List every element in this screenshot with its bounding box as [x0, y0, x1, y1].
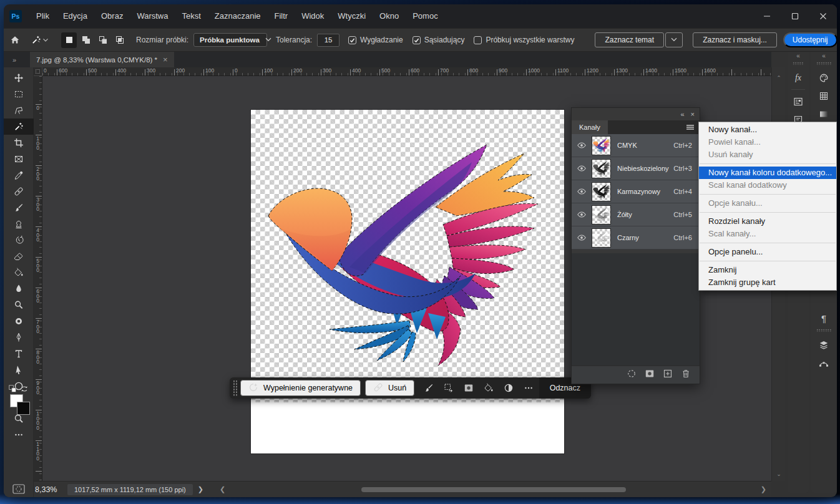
menu-item-rozdziel-kanały[interactable]: Rozdziel kanały [699, 215, 836, 228]
channel-thumbnail[interactable] [592, 228, 611, 248]
menu-tekst[interactable]: Tekst [175, 4, 207, 28]
horizontal-ruler[interactable]: 0600500400300200100010020030040050060070… [42, 67, 771, 76]
tool-path-selection[interactable] [4, 362, 34, 378]
visibility-eye-icon[interactable] [572, 233, 592, 243]
menu-wtyczki[interactable]: Wtyczki [331, 4, 373, 28]
channel-row-cmyk[interactable]: CMYK Ctrl+2 [572, 134, 700, 157]
visibility-eye-icon[interactable] [572, 140, 592, 150]
mode-add-icon[interactable] [78, 32, 94, 48]
menu-plik[interactable]: Plik [29, 4, 56, 28]
channel-thumbnail[interactable] [592, 159, 611, 178]
select-subject-button[interactable]: Zaznacz temat [595, 32, 664, 47]
close-button[interactable] [809, 4, 837, 28]
channels-tab[interactable]: Kanały [572, 120, 608, 134]
save-mask-icon[interactable] [645, 369, 655, 381]
maximize-button[interactable] [781, 4, 809, 28]
tool-rectangular-marquee[interactable] [4, 86, 34, 102]
select-and-mask-button[interactable]: Zaznacz i maskuj... [693, 32, 777, 47]
dock-grip[interactable] [793, 62, 804, 65]
tool-spot-healing-brush[interactable] [4, 183, 34, 200]
menu-okno[interactable]: Okno [373, 4, 406, 28]
toolbar-collapse-icon[interactable]: » [4, 56, 25, 64]
tool-eyedropper[interactable] [4, 167, 34, 183]
swatches-panel-icon[interactable] [811, 87, 836, 105]
channel-thumbnail[interactable] [592, 205, 611, 225]
menu-warstwa[interactable]: Warstwa [130, 4, 175, 28]
home-icon[interactable] [10, 32, 20, 47]
menu-item-zamknij-grupę-kart[interactable]: Zamknij grupę kart [699, 276, 836, 289]
panel-close-icon[interactable]: × [691, 110, 695, 118]
plus-square-icon[interactable] [663, 369, 673, 381]
checkbox-próbkuj-wszystkie-warstwy[interactable]: Próbkuj wszystkie warstwy [474, 36, 574, 44]
tool-type[interactable] [4, 346, 34, 362]
menu-pomoc[interactable]: Pomoc [406, 4, 444, 28]
tool-crop[interactable] [4, 135, 34, 151]
visibility-eye-icon[interactable] [572, 187, 592, 196]
menu-edycja[interactable]: Edycja [56, 4, 94, 28]
dock-grip[interactable] [816, 329, 831, 332]
properties-panel-icon[interactable] [788, 92, 809, 110]
visibility-eye-icon[interactable] [572, 210, 592, 220]
brush-icon[interactable] [419, 380, 439, 396]
document-tab[interactable]: 7.jpg @ 8,33% (Warstwa 0,CMYK/8) * × [30, 52, 174, 67]
horizontal-scrollbar[interactable] [232, 487, 751, 493]
color-panel-icon[interactable] [811, 69, 836, 87]
menu-item-zamknij[interactable]: Zamknij [699, 264, 836, 276]
tool-clone-stamp[interactable] [4, 216, 34, 232]
layers-panel-icon[interactable] [811, 336, 836, 354]
tool-magic-wand[interactable] [4, 119, 34, 135]
expand-selection-icon[interactable] [439, 380, 459, 396]
scroll-right-icon[interactable]: ❯ [761, 485, 766, 493]
select-subject-dropdown[interactable] [665, 32, 683, 47]
sample-size-dropdown[interactable]: Próbka punktowa [193, 33, 267, 47]
tool-frame[interactable] [4, 151, 34, 167]
tool-pen[interactable] [4, 329, 34, 346]
fx-panel-icon[interactable]: fx [788, 69, 809, 87]
taskbar-drag-handle[interactable] [233, 380, 238, 396]
minimize-button[interactable] [753, 4, 781, 28]
quick-mask-button[interactable] [4, 484, 34, 494]
tool-paint-bucket[interactable] [4, 264, 34, 281]
zoom-level[interactable]: 8,33% [35, 485, 64, 494]
trash-icon[interactable] [681, 369, 691, 381]
document-canvas[interactable] [251, 110, 564, 453]
paragraph-panel-icon[interactable]: ¶ [811, 309, 836, 327]
scroll-up-icon[interactable]: ⌃ [772, 75, 786, 81]
tool-eraser[interactable] [4, 248, 34, 264]
channel-thumbnail[interactable] [592, 136, 611, 155]
channel-row-czarny[interactable]: Czarny Ctrl+6 [572, 226, 700, 250]
share-button[interactable]: Udostępnij [783, 32, 837, 47]
dock-collapse-icon[interactable]: « [788, 52, 809, 61]
more-tools-icon[interactable] [519, 380, 539, 396]
mode-new-icon[interactable] [61, 32, 77, 48]
panel-menu-icon[interactable] [685, 122, 695, 135]
dock-collapse-icon[interactable]: « [811, 52, 836, 61]
visibility-eye-icon[interactable] [572, 163, 592, 173]
menu-widok[interactable]: Widok [295, 4, 331, 28]
checkbox-sąsiadujący[interactable]: Sąsiadujący [413, 36, 465, 44]
ruler-origin-corner[interactable] [34, 67, 42, 76]
photoshop-logo[interactable]: Ps [9, 10, 22, 22]
channel-thumbnail[interactable] [592, 182, 611, 201]
menu-item-opcje-panelu[interactable]: Opcje panelu... [699, 246, 836, 258]
paint-bucket-icon[interactable] [479, 380, 499, 396]
menu-filtr[interactable]: Filtr [268, 4, 295, 28]
menu-item-nowy-kanał[interactable]: Nowy kanał... [699, 124, 836, 136]
status-menu-chevron[interactable]: ❯ [198, 485, 203, 493]
dashed-circle-icon[interactable] [627, 369, 637, 381]
scrollbar-thumb[interactable] [361, 487, 626, 492]
magic-wand-icon[interactable] [31, 32, 41, 47]
background-color-swatch[interactable] [17, 402, 30, 415]
channel-row-żółty[interactable]: Żółty Ctrl+5 [572, 203, 700, 226]
remove-button[interactable]: Usuń [365, 380, 414, 396]
menu-obraz[interactable]: Obraz [94, 4, 130, 28]
vertical-ruler[interactable]: 010020030040050060070080090010001100 [34, 76, 42, 481]
tool-dodge[interactable] [4, 297, 34, 313]
channel-row-karmazynowy[interactable]: Karmazynowy Ctrl+4 [572, 180, 700, 203]
channel-row-niebieskozielony[interactable]: Niebieskozielony Ctrl+3 [572, 157, 700, 180]
tool-move[interactable] [4, 70, 34, 86]
menu-item-nowy-kanał-koloru-dodatkowego[interactable]: Nowy kanał koloru dodatkowego... [699, 167, 836, 179]
menu-zaznaczanie[interactable]: Zaznaczanie [208, 4, 268, 28]
gradients-panel-icon[interactable] [811, 105, 836, 123]
checkbox-wygładzanie[interactable]: Wygładzanie [348, 36, 403, 44]
